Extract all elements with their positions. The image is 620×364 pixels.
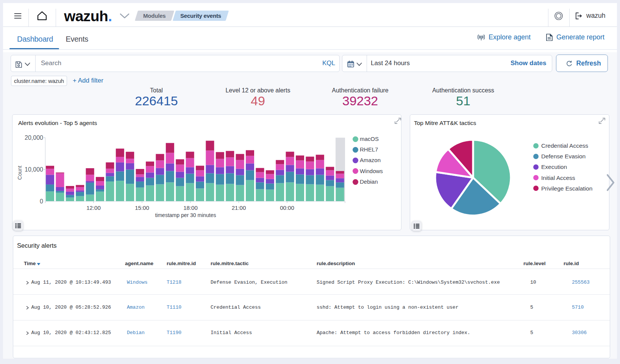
svg-text:timestamp per 30 minutes: timestamp per 30 minutes (155, 212, 216, 218)
svg-text:15:00: 15:00 (135, 205, 149, 211)
svg-text:20,000: 20,000 (25, 134, 43, 141)
svg-text:10,000: 10,000 (25, 166, 43, 173)
svg-text:00:00: 00:00 (280, 205, 294, 211)
svg-text:21:00: 21:00 (232, 205, 246, 211)
svg-text:0: 0 (40, 198, 43, 205)
svg-text:18:00: 18:00 (183, 205, 198, 211)
svg-text:12:00: 12:00 (86, 205, 101, 211)
